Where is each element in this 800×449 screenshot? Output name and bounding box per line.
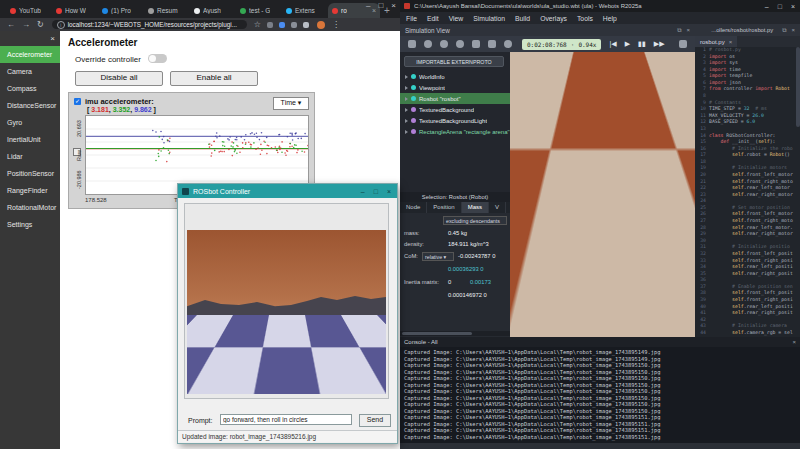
world-icon[interactable]: [440, 40, 448, 48]
view-icon[interactable]: [456, 40, 464, 48]
save-world-icon[interactable]: [488, 40, 496, 48]
menu-item[interactable]: Simulation: [473, 15, 505, 22]
scene-tree-item[interactable]: RectangleArena "rectangle arena": [400, 126, 510, 137]
selection-tab[interactable]: Mass: [462, 202, 489, 213]
menu-item[interactable]: Edit: [427, 15, 439, 22]
back-icon[interactable]: ←: [7, 18, 15, 31]
browser-tab[interactable]: Resum ×: [144, 3, 190, 18]
menu-item[interactable]: Help: [603, 15, 617, 22]
webots-title-bar[interactable]: C:\Users\Aayush Bansal\Documents\ula\wor…: [400, 0, 800, 12]
expand-arrow-icon[interactable]: [405, 75, 408, 79]
maximize-icon[interactable]: □: [778, 3, 782, 10]
address-bar[interactable]: i localhost:1234/~WEBOTS_HOME/resources/…: [52, 20, 247, 29]
browser-menu-icon[interactable]: ⋮: [332, 18, 340, 31]
float-panel-icon[interactable]: ⧉: [782, 27, 786, 34]
sidebar-item[interactable]: Lidar: [0, 148, 60, 165]
menu-item[interactable]: Build: [515, 15, 530, 22]
console-header[interactable]: Console - All×: [400, 337, 800, 347]
sidebar-item[interactable]: InertialUnit: [0, 131, 60, 148]
mass-scope-select[interactable]: excluding descendants: [443, 216, 507, 225]
scene-tree-item[interactable]: TexturedBackground: [400, 104, 510, 115]
profile-avatar[interactable]: [317, 21, 325, 29]
close-icon[interactable]: ×: [391, 1, 396, 10]
override-controller-toggle[interactable]: [148, 54, 167, 63]
rosbot-robot[interactable]: [562, 110, 682, 260]
menu-item[interactable]: Overlays: [540, 15, 567, 22]
extensions-puzzle-icon[interactable]: [303, 22, 309, 28]
browser-tab[interactable]: Extens ×: [282, 3, 328, 18]
menu-item[interactable]: Tools: [577, 15, 593, 22]
extension-icon[interactable]: [267, 22, 273, 28]
browser-tab[interactable]: YouTub ×: [6, 3, 52, 18]
screenshot-icon[interactable]: [679, 40, 687, 48]
reset-icon[interactable]: [504, 40, 512, 48]
play-icon[interactable]: ▶: [625, 40, 630, 48]
selection-tab[interactable]: V: [489, 202, 506, 213]
sidebar-item[interactable]: RangeFinder: [0, 182, 60, 199]
browser-tab[interactable]: Ayush ×: [190, 3, 236, 18]
extension-icon[interactable]: [291, 22, 297, 28]
minimize-icon[interactable]: –: [366, 1, 370, 10]
maximize-icon[interactable]: □: [378, 1, 383, 10]
importable-externproto-button[interactable]: IMPORTABLE EXTERNPROTO: [404, 56, 504, 67]
maximize-icon[interactable]: □: [374, 188, 378, 195]
editor-tab[interactable]: rosbot.py ×: [695, 36, 737, 47]
bookmark-star-icon[interactable]: ☆: [254, 18, 261, 31]
sidebar-item[interactable]: Compass: [0, 80, 60, 97]
simulation-3d-view[interactable]: [510, 52, 695, 337]
expand-arrow-icon[interactable]: [405, 86, 408, 90]
close-panel-icon[interactable]: ×: [686, 27, 690, 34]
browser-tab[interactable]: How W ×: [52, 3, 98, 18]
pause-icon[interactable]: ▮▮: [638, 40, 646, 48]
selection-hscrollbar[interactable]: [400, 331, 510, 336]
minimize-icon[interactable]: –: [361, 188, 365, 195]
browser-tab[interactable]: (1) Pro ×: [98, 3, 144, 18]
menu-item[interactable]: File: [406, 15, 417, 22]
menu-item[interactable]: View: [449, 15, 464, 22]
forward-icon[interactable]: →: [22, 18, 30, 31]
selection-tab[interactable]: Position: [427, 202, 461, 213]
open-world-icon[interactable]: [472, 40, 480, 48]
sidebar-item[interactable]: DistanceSensor: [0, 97, 60, 114]
tab-close-icon[interactable]: ×: [729, 39, 733, 45]
close-icon[interactable]: ×: [791, 3, 795, 10]
expand-arrow-icon[interactable]: [405, 97, 408, 101]
extension-icon[interactable]: [279, 22, 285, 28]
expand-arrow-icon[interactable]: [405, 119, 408, 123]
prompt-input[interactable]: [220, 414, 352, 425]
url-text[interactable]: localhost:1234/~WEBOTS_HOME/resources/pr…: [68, 21, 237, 28]
expand-arrow-icon[interactable]: [405, 108, 408, 112]
sidebar-item[interactable]: RotationalMotor: [0, 199, 60, 216]
float-panel-icon[interactable]: ⧉: [677, 27, 681, 34]
close-icon[interactable]: ×: [387, 188, 391, 195]
scene-tree-item[interactable]: Rosbot "rosbot": [400, 93, 510, 104]
minimize-icon[interactable]: –: [765, 3, 769, 10]
disable-all-button[interactable]: Disable all: [75, 71, 163, 86]
enable-all-button[interactable]: Enable all: [170, 71, 258, 86]
reload-icon[interactable]: ↻: [37, 18, 44, 31]
dialog-title-bar[interactable]: ROSbot Controller – □ ×: [178, 184, 397, 198]
sidebar-item[interactable]: Accelerometer: [0, 46, 60, 63]
selection-tab[interactable]: Node: [400, 202, 427, 213]
com-frame-select[interactable]: relative ▾: [422, 252, 454, 261]
sidebar-item[interactable]: Gyro: [0, 114, 60, 131]
expand-arrow-icon[interactable]: [405, 130, 408, 134]
sidebar-item[interactable]: PositionSensor: [0, 165, 60, 182]
sidebar-item[interactable]: Settings: [0, 216, 60, 233]
scene-tree-item[interactable]: TexturedBackgroundLight: [400, 115, 510, 126]
step-back-icon[interactable]: |◀: [609, 40, 616, 48]
fast-forward-icon[interactable]: ▶▶: [654, 40, 665, 48]
scene-tree-item[interactable]: WorldInfo: [400, 71, 510, 82]
record-icon[interactable]: [424, 40, 432, 48]
device-checkbox[interactable]: ✓: [74, 98, 81, 105]
sidebar-item[interactable]: Camera: [0, 63, 60, 80]
chart-mode-select[interactable]: Time ▾: [273, 97, 309, 110]
close-panel-icon[interactable]: ×: [791, 27, 795, 34]
scrollbar-thumb[interactable]: [402, 332, 472, 335]
site-info-icon[interactable]: i: [57, 21, 65, 29]
close-panel-icon[interactable]: ×: [792, 337, 796, 347]
menu-toggle-icon[interactable]: [408, 40, 416, 48]
code-area[interactable]: 1 # rosbot.py 2 import os 3 import sys: [695, 47, 800, 337]
send-button[interactable]: Send: [359, 414, 391, 427]
scene-tree-item[interactable]: Viewpoint: [400, 82, 510, 93]
